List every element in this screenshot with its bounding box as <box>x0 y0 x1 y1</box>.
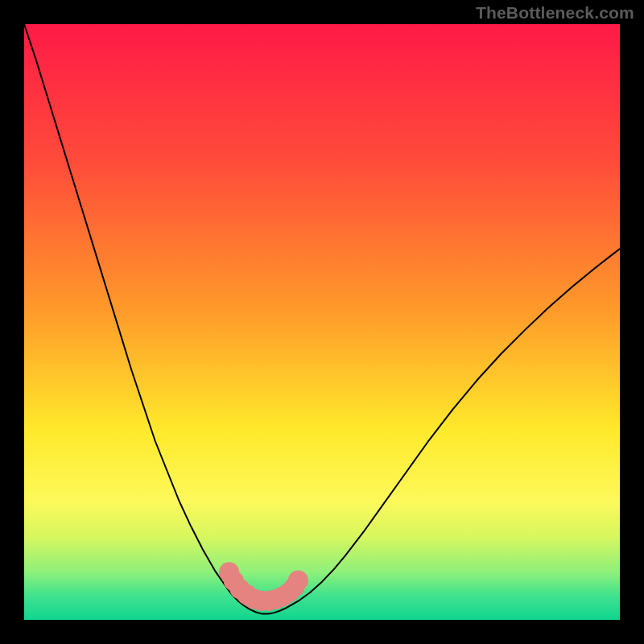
chart-svg <box>24 24 620 620</box>
watermark-text: TheBottleneck.com <box>476 3 634 23</box>
marker-dot <box>288 571 308 591</box>
chart-root: TheBottleneck.com <box>0 0 644 644</box>
background-gradient <box>24 24 620 620</box>
plot-area <box>24 24 620 620</box>
